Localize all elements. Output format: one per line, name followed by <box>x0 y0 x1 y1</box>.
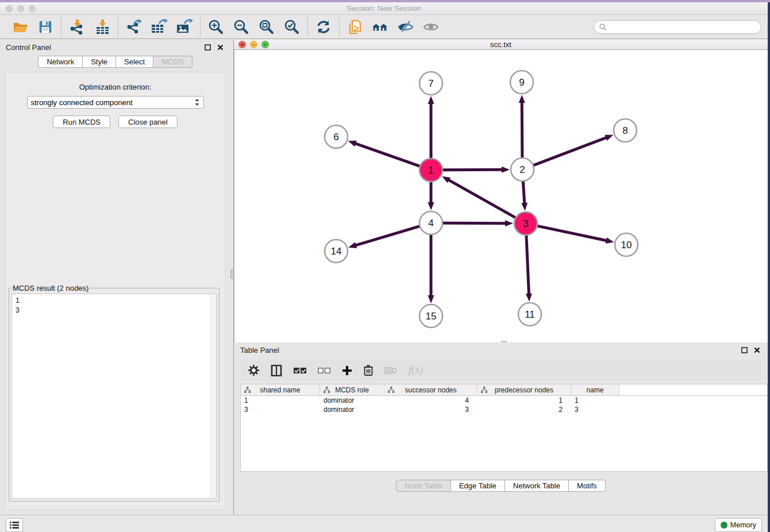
memory-button[interactable]: Memory <box>715 518 762 532</box>
export-image-icon[interactable] <box>176 18 193 36</box>
export-table-icon[interactable] <box>151 18 168 36</box>
hierarchy-icon <box>244 386 251 394</box>
minimize-window-icon[interactable] <box>17 5 24 12</box>
edge-3-10[interactable] <box>538 226 607 241</box>
cell-shared-name[interactable]: 3 <box>241 405 320 414</box>
zoom-in-icon[interactable] <box>207 18 225 36</box>
cell-predecessor-nodes[interactable]: 1 <box>478 396 571 405</box>
node-label-1: 1 <box>428 165 433 176</box>
edge-4-14[interactable] <box>355 226 419 245</box>
mcds-result-legend: MCDS result (2 nodes) <box>11 284 90 292</box>
cell-successor-nodes[interactable]: 4 <box>384 396 478 405</box>
edge-2-3[interactable] <box>523 182 524 204</box>
tab-node-table[interactable]: Node Table <box>396 480 451 492</box>
refresh-icon[interactable] <box>315 18 332 36</box>
edge-4-3[interactable] <box>443 223 506 223</box>
close-table-panel-icon[interactable] <box>752 345 761 354</box>
gear-icon[interactable] <box>248 365 259 376</box>
network-title: scc.txt <box>234 40 768 49</box>
open-file-icon[interactable] <box>11 18 29 36</box>
window-title: Session: New Session <box>0 2 768 14</box>
column-header-name[interactable]: name <box>571 384 619 395</box>
arrowhead-1-2 <box>502 167 510 173</box>
node-label-8: 8 <box>622 125 627 136</box>
search-input[interactable] <box>609 21 761 33</box>
column-header-predecessor-nodes[interactable]: predecessor nodes <box>478 384 571 395</box>
delete-icon[interactable] <box>364 365 373 376</box>
float-panel-icon[interactable] <box>203 43 212 52</box>
result-scrollbar[interactable] <box>210 294 216 498</box>
tab-style[interactable]: Style <box>83 56 116 68</box>
node-label-4: 4 <box>428 218 433 229</box>
tab-select[interactable]: Select <box>116 56 153 68</box>
zoom-selected-icon[interactable] <box>283 18 301 36</box>
task-history-icon[interactable] <box>6 518 23 532</box>
edge-2-9[interactable] <box>522 102 522 157</box>
import-table-icon[interactable] <box>94 18 111 36</box>
column-header-successor-nodes[interactable]: successor nodes <box>384 384 478 395</box>
export-network-icon[interactable] <box>125 18 143 36</box>
cell-MCDS-role[interactable]: dominator <box>320 396 384 405</box>
criterion-dropdown[interactable]: strongly connected component <box>27 96 204 109</box>
arrowhead-4-15 <box>428 295 434 303</box>
cell-name[interactable]: 1 <box>571 396 619 405</box>
edge-3-11[interactable] <box>526 236 529 295</box>
edge-1-2[interactable] <box>443 169 503 170</box>
cell-shared-name[interactable]: 1 <box>241 396 320 405</box>
close-window-icon[interactable] <box>6 5 13 12</box>
home-view-icon[interactable] <box>372 18 389 36</box>
edge-3-1[interactable] <box>448 180 515 218</box>
cell-predecessor-nodes[interactable]: 2 <box>478 405 571 414</box>
node-label-15: 15 <box>426 311 437 322</box>
duplicate-network-icon[interactable] <box>346 18 364 36</box>
tab-network-table[interactable]: Network Table <box>505 480 569 492</box>
save-session-icon[interactable] <box>37 18 54 36</box>
show-all-icon[interactable] <box>422 18 440 36</box>
hide-selected-icon[interactable] <box>397 18 414 36</box>
mcds-result-box: MCDS result (2 nodes) 1 3 <box>9 284 220 502</box>
network-graph[interactable]: 7968124314101511 <box>234 50 768 340</box>
add-row-icon[interactable] <box>342 365 352 376</box>
search-field[interactable] <box>594 20 761 34</box>
mcds-panel: Optimization criterion: strongly connect… <box>5 72 226 510</box>
node-label-10: 10 <box>621 240 632 250</box>
tab-network[interactable]: Network <box>38 56 83 68</box>
columns-icon[interactable] <box>271 365 282 376</box>
float-table-panel-icon[interactable] <box>740 345 749 354</box>
function-builder-icon[interactable]: f(x) <box>409 364 423 376</box>
node-label-2: 2 <box>519 164 525 175</box>
select-all-icon[interactable] <box>294 367 306 374</box>
node-label-6: 6 <box>333 132 338 142</box>
close-panel-icon[interactable] <box>215 43 225 52</box>
table-panel: Table Panel <box>234 342 768 515</box>
network-canvas[interactable]: 7968124314101511 <box>234 50 768 342</box>
tab-edge-table[interactable]: Edge Table <box>451 480 505 492</box>
cell-MCDS-role[interactable]: dominator <box>320 405 384 414</box>
maximize-window-icon[interactable] <box>29 5 36 12</box>
table-row[interactable]: 3dominator323 <box>241 405 767 414</box>
node-label-9: 9 <box>519 77 524 88</box>
cell-name[interactable]: 3 <box>571 405 619 414</box>
table-row[interactable]: 1dominator411 <box>241 396 767 405</box>
edge-1-6[interactable] <box>355 143 419 166</box>
close-panel-button[interactable]: Close panel <box>118 115 178 128</box>
run-mcds-button[interactable]: Run MCDS <box>53 115 110 128</box>
table-toolbar: f(x) <box>240 360 761 381</box>
arrowhead-2-3 <box>521 203 528 211</box>
tab-motifs[interactable]: Motifs <box>569 480 606 492</box>
tab-mcds[interactable]: MCDS <box>153 56 192 68</box>
node-table[interactable]: shared nameMCDS rolesuccessor nodesprede… <box>240 384 768 472</box>
mcds-result-text[interactable]: 1 3 <box>11 294 217 499</box>
network-titlebar[interactable]: ✕ − + scc.txt <box>234 40 768 50</box>
arrowhead-2-9 <box>519 95 525 103</box>
cell-successor-nodes[interactable]: 3 <box>384 405 478 414</box>
import-network-icon[interactable] <box>68 18 86 36</box>
delete-column-icon[interactable] <box>384 366 397 375</box>
deselect-all-icon[interactable] <box>318 367 330 374</box>
column-header-MCDS-role[interactable]: MCDS role <box>320 384 384 395</box>
edge-2-8[interactable] <box>534 137 607 165</box>
zoom-fit-icon[interactable] <box>258 18 275 36</box>
zoom-out-icon[interactable] <box>233 18 250 36</box>
network-view-window: ✕ − + scc.txt 7968124314101511 <box>234 40 768 342</box>
column-header-shared-name[interactable]: shared name <box>241 384 320 395</box>
